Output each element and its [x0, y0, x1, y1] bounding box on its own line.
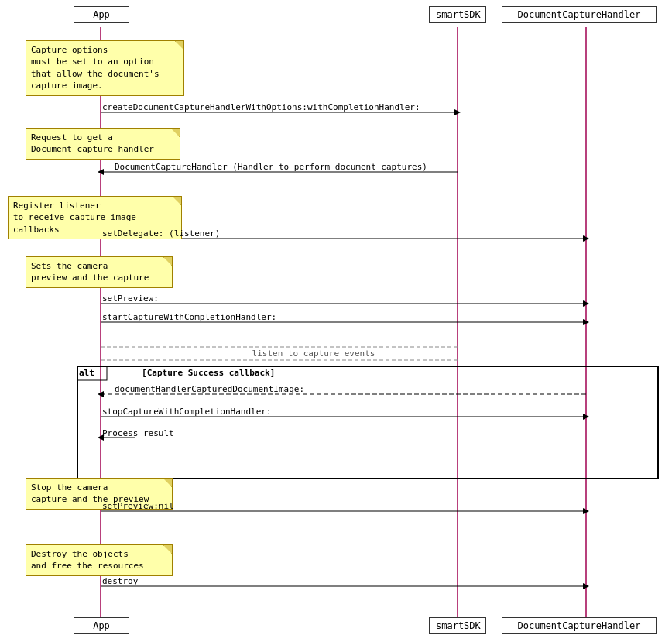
- lifeline-smartsdk-top: smartSDK: [429, 6, 486, 23]
- label-dch-return: DocumentCaptureHandler (Handler to perfo…: [115, 162, 427, 172]
- label-stop-capture: stopCaptureWithCompletionHandler:: [102, 407, 272, 417]
- label-set-preview-nil: setPreview:nil: [102, 501, 174, 511]
- note-request-handler: Request to get aDocument capture handler: [26, 128, 180, 160]
- svg-marker-8: [583, 235, 589, 242]
- lifeline-app-bottom: App: [74, 617, 129, 634]
- alt-guard: [Capture Success callback]: [116, 368, 275, 378]
- note-sets-camera: Sets the camerapreview and the capture: [26, 256, 173, 288]
- sequence-diagram: App smartSDK DocumentCaptureHandler Capt…: [0, 0, 672, 642]
- svg-marker-26: [583, 583, 589, 589]
- label-start-capture: startCaptureWithCompletionHandler:: [102, 312, 276, 322]
- svg-marker-10: [583, 300, 589, 307]
- lifeline-app-top: App: [74, 6, 129, 23]
- label-destroy: destroy: [102, 576, 138, 586]
- svg-marker-6: [98, 169, 104, 175]
- svg-rect-15: [77, 366, 658, 479]
- svg-marker-20: [583, 414, 589, 420]
- note-destroy: Destroy the objectsand free the resource…: [26, 544, 173, 576]
- svg-marker-4: [454, 109, 461, 115]
- lifeline-smartsdk-bottom: smartSDK: [429, 617, 486, 634]
- note-capture-options: Capture optionsmust be set to an optiont…: [26, 40, 184, 96]
- label-doc-captured: documentHandlerCapturedDocumentImage:: [115, 384, 304, 394]
- svg-marker-24: [583, 508, 589, 514]
- label-set-delegate: setDelegate: (listener): [102, 228, 220, 239]
- alt-label: alt: [79, 368, 94, 378]
- svg-marker-12: [583, 319, 589, 325]
- label-create-handler: createDocumentCaptureHandlerWithOptions:…: [102, 102, 420, 112]
- label-process-result: Process result: [102, 428, 174, 438]
- svg-marker-18: [98, 391, 104, 397]
- lifeline-dch-top: DocumentCaptureHandler: [502, 6, 657, 23]
- label-set-preview: setPreview:: [102, 294, 159, 304]
- lifeline-dch-bottom: DocumentCaptureHandler: [502, 617, 657, 634]
- label-listen: listen to capture events: [217, 348, 410, 359]
